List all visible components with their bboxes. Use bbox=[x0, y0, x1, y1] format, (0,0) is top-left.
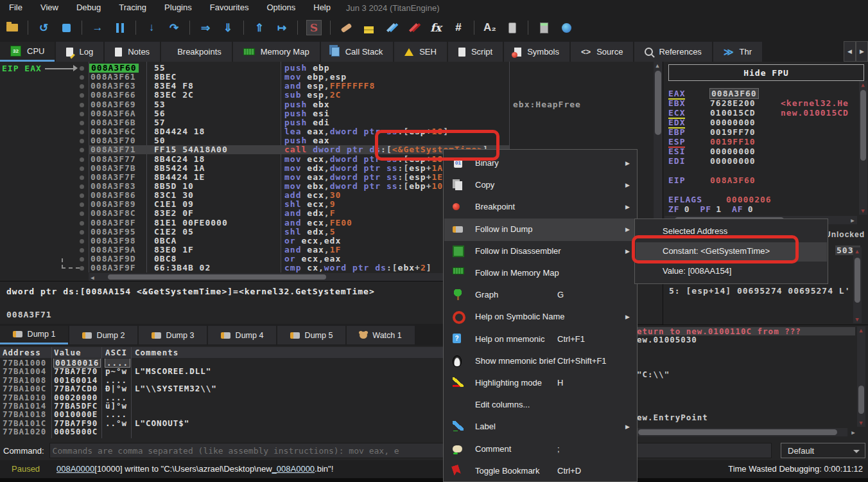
menu-item-label[interactable]: Label▶ bbox=[444, 416, 636, 438]
register-value[interactable]: 00000000 bbox=[710, 118, 756, 127]
register-row-esp[interactable]: ESP0019FF10 bbox=[663, 137, 868, 147]
run-to-cursor-icon[interactable]: ⇒ bbox=[198, 20, 213, 35]
calculator-icon[interactable] bbox=[537, 20, 551, 35]
register-value[interactable]: 00000000 bbox=[710, 156, 756, 166]
breakpoint-dot[interactable] bbox=[80, 130, 84, 134]
breakpoint-dot[interactable] bbox=[80, 121, 84, 125]
register-row-esi[interactable]: ESI00000000 bbox=[663, 147, 868, 156]
menu-file[interactable]: File bbox=[0, 0, 31, 15]
dump-column-header[interactable]: Address bbox=[3, 348, 41, 357]
disasm-row[interactable]: 008A3F7050push eax bbox=[0, 136, 654, 145]
stack-panel[interactable]: eturn to new.0100110C from ???ew.0100503… bbox=[636, 325, 868, 443]
registers-vscrollbar[interactable]: ▲ ▼ bbox=[859, 81, 867, 215]
breakpoint-dot[interactable] bbox=[80, 175, 84, 180]
step-over-icon[interactable]: ↷ bbox=[167, 20, 181, 35]
menu-item-copy[interactable]: Copy▶ bbox=[444, 174, 636, 197]
register-row-ebx[interactable]: EBX7628E200<kernel32.He bbox=[663, 98, 868, 108]
run-icon[interactable]: → bbox=[91, 20, 105, 35]
menu-item-help-on-mnemonic[interactable]: ?Help on mnemonicCtrl+F1 bbox=[444, 328, 636, 351]
dump-column-header[interactable]: Comments bbox=[135, 348, 178, 357]
disasm-row[interactable]: 008A3F6A56push esi bbox=[0, 109, 654, 118]
breakpoint-dot[interactable] bbox=[80, 66, 84, 71]
menu-item-follow-in-memory-map[interactable]: Follow in Memory Map bbox=[444, 262, 636, 285]
tab-thr[interactable]: ≫Thr bbox=[713, 42, 762, 62]
stack-row[interactable] bbox=[636, 388, 855, 396]
register-value[interactable]: 00000206 bbox=[726, 195, 772, 204]
pencil-blue-icon[interactable] bbox=[384, 20, 398, 35]
register-row-ebp[interactable]: EBP0019FF70 bbox=[663, 127, 868, 137]
breakpoint-dot[interactable] bbox=[80, 202, 84, 207]
stack-row[interactable]: "C:\\" bbox=[636, 370, 855, 379]
menu-favourites[interactable]: Favourites bbox=[201, 0, 258, 15]
restart-icon[interactable]: ↺ bbox=[37, 20, 51, 35]
stack-vscrollbar[interactable]: ▲ ▼ bbox=[857, 326, 865, 427]
open-file-icon[interactable] bbox=[5, 20, 19, 35]
breakpoint-dot[interactable] bbox=[80, 75, 84, 80]
disasm-row[interactable]: 008A3F6C8D4424 18lea eax,dword ptr ss:[e… bbox=[0, 127, 654, 136]
register-value[interactable]: 0019FF10 bbox=[710, 137, 756, 147]
stack-row[interactable] bbox=[636, 379, 855, 387]
internet-icon[interactable] bbox=[559, 20, 573, 35]
breakpoint-dot[interactable] bbox=[80, 211, 84, 216]
tab-breakpoints[interactable]: Breakpoints bbox=[161, 42, 232, 62]
run-to-user-code-icon[interactable]: ↦ bbox=[275, 20, 289, 35]
tab-dump-1[interactable]: Dump 1 bbox=[0, 326, 68, 344]
register-row-eip[interactable]: EIP008A3F60 bbox=[663, 175, 868, 185]
flag-value[interactable]: 1 bbox=[716, 204, 722, 214]
breakpoint-dot[interactable] bbox=[80, 248, 84, 253]
hash-icon[interactable]: # bbox=[451, 20, 465, 35]
dump-column-header[interactable]: Value bbox=[54, 348, 82, 357]
register-row-ecx[interactable]: ECX010015CDnew.010015CD bbox=[663, 108, 868, 118]
close-icon[interactable] bbox=[59, 20, 73, 35]
breakpoint-dot[interactable] bbox=[80, 139, 84, 143]
menu-tracing[interactable]: Tracing bbox=[110, 0, 155, 15]
menu-item-edit-columns-[interactable]: Edit columns... bbox=[444, 394, 636, 416]
flag-value[interactable]: 0 bbox=[684, 204, 690, 214]
tab-notes[interactable]: Notes bbox=[105, 42, 160, 62]
tab-script[interactable]: Script bbox=[448, 42, 503, 62]
breakpoint-dot[interactable] bbox=[80, 112, 84, 116]
tab-dump-2[interactable]: Dump 2 bbox=[69, 326, 137, 344]
args-vscrollbar[interactable]: ▲ ▼ bbox=[853, 247, 862, 323]
breakpoint-dot[interactable] bbox=[80, 84, 84, 89]
menu-debug[interactable]: Debug bbox=[67, 0, 110, 15]
stack-row[interactable]: eturn to new.0100110C from ??? bbox=[636, 327, 855, 335]
menu-item-show-mnemonic-brief[interactable]: Show mnemonic briefCtrl+Shift+F1 bbox=[444, 350, 636, 373]
tab-source[interactable]: <>Source bbox=[571, 42, 633, 62]
tab-memory-map[interactable]: Memory Map bbox=[233, 42, 320, 62]
submenu-item-2[interactable]: Value: [008AA154] bbox=[636, 262, 827, 281]
dump-column-header[interactable]: ASCI bbox=[105, 348, 127, 357]
register-value[interactable]: 008A3F60 bbox=[710, 175, 756, 185]
stack-row[interactable] bbox=[636, 362, 855, 370]
register-row-edi[interactable]: EDI00000000 bbox=[663, 156, 868, 166]
menu-item-follow-in-disassembler[interactable]: Follow in Disassembler▶ bbox=[444, 240, 636, 263]
step-into-icon[interactable]: ↓ bbox=[144, 20, 159, 35]
breakpoint-dot[interactable] bbox=[80, 257, 84, 262]
register-value[interactable]: 7628E200 bbox=[710, 98, 756, 108]
register-value[interactable]: 0019FF70 bbox=[710, 127, 756, 137]
step-out-icon[interactable]: ⇑ bbox=[252, 20, 266, 35]
tab-dump-3[interactable]: Dump 3 bbox=[139, 326, 207, 344]
register-row-eax[interactable]: EAX008A3F60 bbox=[663, 89, 868, 98]
scylla-icon[interactable]: S bbox=[306, 20, 322, 35]
preferences-icon[interactable] bbox=[361, 20, 376, 35]
menu-item-toggle-bookmark[interactable]: Toggle BookmarkCtrl+D bbox=[444, 460, 636, 482]
stack-row[interactable] bbox=[636, 405, 855, 413]
breakpoint-dot[interactable] bbox=[80, 148, 84, 152]
menu-plugins[interactable]: Plugins bbox=[155, 0, 201, 15]
profile-dropdown[interactable]: Default bbox=[781, 443, 865, 458]
tab-cpu[interactable]: 32CPU bbox=[0, 42, 55, 62]
hide-fpu-button[interactable]: Hide FPU bbox=[668, 64, 864, 81]
register-value[interactable]: 008A3F60 bbox=[710, 89, 758, 98]
disasm-row[interactable]: 008A3F6683EC 2Csub esp,2C bbox=[0, 91, 654, 100]
breakpoint-dot[interactable] bbox=[80, 103, 84, 107]
flag-value[interactable]: 0 bbox=[748, 204, 754, 214]
breakpoint-dot[interactable] bbox=[80, 230, 84, 235]
menu-item-breakpoint[interactable]: Breakpoint▶ bbox=[444, 196, 636, 219]
registers-panel[interactable]: Hide FPU EAX008A3F60EBX7628E200<kernel32… bbox=[663, 62, 868, 227]
breakpoint-dot[interactable] bbox=[80, 221, 84, 226]
disasm-row[interactable]: 008A3F6B57push edi bbox=[0, 118, 654, 127]
pencil-red-icon[interactable] bbox=[406, 20, 421, 35]
tab-scroll-right-icon[interactable]: ▶ bbox=[856, 41, 868, 62]
disasm-row[interactable]: 008A3F6383E4 F8and esp,FFFFFFF8 bbox=[0, 82, 654, 91]
